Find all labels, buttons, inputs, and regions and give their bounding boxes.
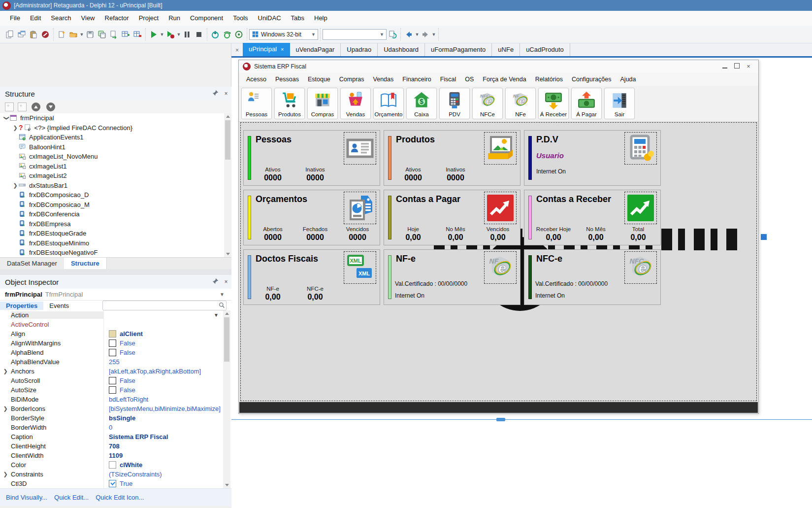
tree-item[interactable]: ❯frmPrincipal [0,113,224,123]
tree-item[interactable]: frxDBComposicao_D [0,190,224,200]
property-value[interactable]: 0 [103,423,231,432]
no-entry-icon[interactable] [40,29,51,40]
form-button-sair[interactable]: Sair [604,88,635,119]
ide-menu-file[interactable]: File [5,11,25,26]
editor-tab-udashboard[interactable]: Udashboard [378,43,425,56]
property-row[interactable]: AlphaBlendValue255 [0,357,231,367]
move-up-icon[interactable] [32,102,40,111]
chevron-down-icon[interactable]: ▼ [214,312,219,318]
property-value[interactable]: False [103,385,231,395]
form-button-nfce[interactable]: NFCeNFCe [472,88,503,119]
load-file-icon[interactable] [108,29,119,40]
form-menu-relatórios[interactable]: Relatórios [531,76,567,83]
close-icon[interactable]: × [743,63,754,70]
property-row[interactable]: AutoScrollFalse [0,376,231,385]
form-button-nfe[interactable]: NFeNFe [505,88,536,119]
pause-icon[interactable] [182,29,193,40]
property-value[interactable]: False [103,339,231,348]
editor-tab-unfe[interactable]: uNFe [492,43,520,56]
property-row[interactable]: ❯Constraints(TSizeConstraints) [0,470,231,479]
form-button--receber[interactable]: Á Receber [538,88,569,119]
form-button-or-amento[interactable]: Orçamento [373,88,404,119]
target-platform-combo[interactable]: Windows 32-bit▼ [249,29,318,40]
form-menu-estoque[interactable]: Estoque [303,76,335,83]
delete-item-icon[interactable] [18,102,27,111]
tree-item[interactable]: ApplicationEvents1 [0,133,224,142]
run-debug-icon[interactable] [165,29,176,40]
ide-menu-project[interactable]: Project [134,11,163,26]
form-button-produtos[interactable]: Produtos [274,88,305,119]
form-button-compras[interactable]: Compras [307,88,338,119]
paste-icon[interactable] [28,29,39,40]
chevron-down-icon[interactable]: ▼ [378,32,384,37]
property-row[interactable]: AlignWithMarginsFalse [0,339,231,348]
close-page-icon[interactable]: × [231,47,243,56]
form-menu-configurações[interactable]: Configurações [567,76,616,83]
form-button-pdv[interactable]: PDV [439,88,470,119]
expand-icon[interactable]: ❯ [0,471,11,477]
expand-icon[interactable]: ❯ [0,406,11,412]
tree-item[interactable]: frxDBComposicao_M [0,200,224,210]
property-row[interactable]: ActiveControl [0,320,231,329]
tree-item[interactable]: BalloonHint1 [0,142,224,152]
property-value[interactable]: [biSystemMenu,biMinimize,biMaximize] [103,404,231,413]
run-to-cursor-icon[interactable] [233,29,244,40]
footer-link-quick-edit-[interactable]: Quick Edit... [54,494,89,501]
chevron-down-icon[interactable]: ▼ [160,29,164,40]
checkbox-icon[interactable] [109,386,116,394]
panel-splitter[interactable] [0,269,231,275]
ide-menu-refactor[interactable]: Refactor [100,11,134,26]
step-over-icon[interactable] [222,29,232,40]
form-menu-força-de-venda[interactable]: Força de Venda [478,76,530,83]
property-row[interactable]: Ctl3DTrue [0,479,231,488]
chevron-down-icon[interactable]: ▼ [220,292,225,297]
footer-link-quick-edit-icon-[interactable]: Quick Edit Icon... [96,494,144,501]
page-copy-icon[interactable] [4,29,15,40]
form-menu-os[interactable]: OS [460,76,478,83]
property-row[interactable]: AlignalClient [0,329,231,339]
tab-dataset-manager[interactable]: DataSet Manager [0,258,64,270]
maximize-icon[interactable] [731,63,743,70]
ide-menu-run[interactable]: Run [163,11,185,26]
property-value[interactable]: False [103,376,231,385]
property-row[interactable]: AlphaBlendFalse [0,348,231,357]
card-pessoas[interactable]: PessoasAtivos0000Inativos0000 [243,130,380,186]
tab-structure[interactable]: Structure [64,258,107,270]
tree-item[interactable]: cxImageList_NovoMenu [0,152,224,162]
property-value[interactable]: bdLeftToRight [103,395,231,404]
designer-vertical-scroll-grip[interactable] [761,234,767,240]
property-value[interactable]: True [103,479,231,488]
ide-menu-tools[interactable]: Tools [228,11,253,26]
checkbox-icon[interactable] [109,339,116,347]
table-remove-icon[interactable] [132,29,143,40]
checkbox-icon[interactable] [109,377,116,384]
editor-tab-ucadproduto[interactable]: uCadProduto [520,43,570,56]
property-row[interactable]: BiDiModebdLeftToRight [0,395,231,404]
ide-menu-tabs[interactable]: Tabs [286,11,309,26]
pin-icon[interactable] [210,278,221,286]
tree-item[interactable]: ❯?<?> {Implied FireDAC Connection} [0,123,224,133]
property-value[interactable]: ▼ [103,310,231,320]
card-doctos-fiscais[interactable]: Doctos FiscaisXMLXMLNF-e0,00NFC-e0,00 [243,249,380,305]
tree-item[interactable]: cxImageList1 [0,162,224,171]
tree-item[interactable]: frxDBEstoqueMinimo [0,238,224,248]
property-value[interactable]: [akLeft,akTop,akRight,akBottom] [103,367,231,376]
property-row[interactable]: BorderWidth0 [0,423,231,432]
close-icon[interactable]: × [221,278,231,285]
run-icon[interactable] [148,29,159,40]
search-combo[interactable]: ▼ [323,29,387,40]
expand-icon[interactable]: ❯ [12,125,19,131]
property-value[interactable]: 708 [103,441,231,451]
property-row[interactable]: ClientWidth1109 [0,451,231,460]
table-add-icon[interactable] [120,29,131,40]
ide-menu-component[interactable]: Component [185,11,228,26]
form-menu-ajuda[interactable]: Ajuda [616,76,641,83]
property-value[interactable]: (TSizeConstraints) [103,470,231,479]
save-icon[interactable] [85,29,96,40]
editor-tab-uprincipal[interactable]: uPrincipal× [243,43,290,56]
collapse-icon[interactable]: ❯ [3,115,10,122]
chevron-down-icon[interactable]: ▼ [79,29,84,40]
structure-scrollbar[interactable] [224,113,231,257]
property-row[interactable]: ❯BorderIcons[biSystemMenu,biMinimize,biM… [0,404,231,413]
stop-icon[interactable] [194,29,204,40]
